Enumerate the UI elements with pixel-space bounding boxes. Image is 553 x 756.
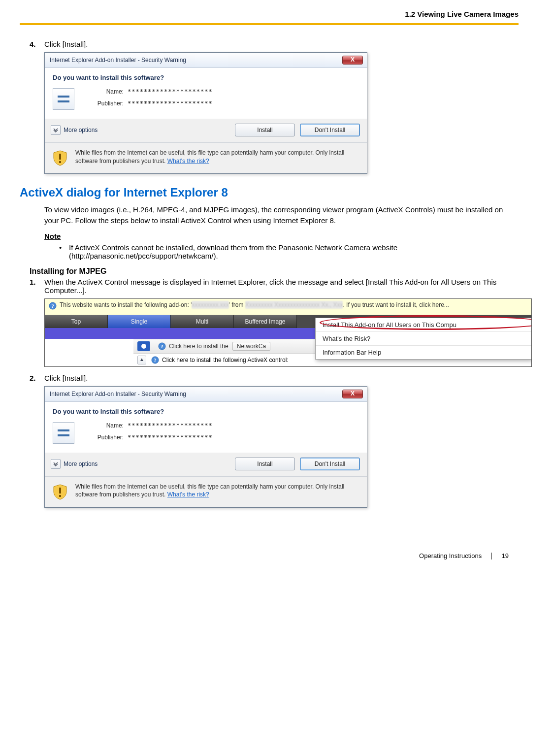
install-button[interactable]: Install: [235, 124, 295, 136]
footer-divider: [491, 553, 492, 559]
collapse-up-button[interactable]: ▲: [137, 356, 146, 364]
software-icon: [53, 422, 74, 444]
bullet: •: [59, 243, 69, 260]
install-button[interactable]: Install: [235, 458, 295, 470]
dont-install-button[interactable]: Don't Install: [300, 124, 360, 136]
svg-rect-9: [59, 495, 61, 497]
subheading-mjpeg: Installing for MJPEG: [30, 267, 519, 276]
ctx-info-bar-help[interactable]: Information Bar Help: [316, 346, 531, 359]
close-button[interactable]: X: [342, 390, 363, 398]
svg-text:?: ?: [154, 357, 157, 363]
intro-paragraph: To view video images (i.e., H.264, MPEG-…: [44, 204, 509, 226]
dont-install-button[interactable]: Don't Install: [300, 458, 360, 470]
warning-text: While files from the Internet can be use…: [75, 483, 360, 500]
tab-single[interactable]: Single: [108, 315, 171, 328]
software-icon: [53, 88, 74, 110]
publisher-value: *********************: [128, 100, 213, 107]
info-icon: ?: [49, 302, 57, 310]
dialog-question: Do you want to install this software?: [53, 408, 359, 415]
name-value: *********************: [128, 422, 213, 429]
note-label: Note: [44, 232, 519, 240]
name-label: Name:: [85, 422, 124, 429]
install-hint-1: Click here to install the: [169, 343, 228, 350]
step-number: 2.: [30, 374, 44, 382]
heading-activex-ie8: ActiveX dialog for Internet Explorer 8: [20, 186, 519, 199]
svg-text:?: ?: [51, 303, 54, 309]
warning-text: While files from the Internet can be use…: [75, 149, 360, 166]
page-number: 19: [502, 552, 509, 559]
step-number: 4.: [30, 40, 44, 48]
chevron-down-icon: [53, 127, 59, 133]
step-text: Click [Install].: [44, 374, 519, 382]
header-rule: [20, 23, 519, 25]
whats-the-risk-link[interactable]: What's the risk?: [167, 158, 209, 164]
publisher-label: Publisher:: [85, 434, 124, 441]
name-value: *********************: [128, 88, 213, 95]
whats-the-risk-link[interactable]: What's the risk?: [167, 491, 209, 498]
publisher-value: *********************: [128, 434, 213, 441]
tab-buffered-image[interactable]: Buffered Image: [234, 315, 297, 328]
install-hint-2: Click here to install the following Acti…: [162, 357, 289, 363]
more-options-toggle[interactable]: [51, 125, 61, 135]
step-text: When the ActiveX Control message is disp…: [44, 278, 519, 295]
dialog-title: Internet Explorer Add-on Installer - Sec…: [50, 391, 342, 397]
publisher-label: Publisher:: [85, 100, 124, 107]
ie8-screenshot: ? This website wants to install the foll…: [44, 298, 532, 367]
more-options-toggle[interactable]: [51, 459, 61, 469]
dialog-question: Do you want to install this software?: [53, 74, 359, 81]
section-header: 1.2 Viewing Live Camera Images: [405, 10, 519, 18]
more-options-label: More options: [64, 460, 98, 467]
ie8-information-bar[interactable]: ? This website wants to install the foll…: [45, 299, 531, 315]
svg-rect-0: [59, 154, 61, 160]
chevron-down-icon: [53, 461, 59, 467]
security-warning-dialog: Internet Explorer Add-on Installer - Sec…: [44, 386, 367, 508]
svg-text:?: ?: [161, 343, 163, 349]
info-icon: ?: [158, 342, 166, 350]
step-text: Click [Install].: [44, 40, 519, 48]
tab-multi[interactable]: Multi: [171, 315, 234, 328]
step-number: 1.: [30, 278, 44, 295]
tab-top[interactable]: Top: [45, 315, 108, 328]
shield-warning-icon: [52, 150, 68, 166]
redacted-addon-name: xxxxxxxxx.xxx: [192, 301, 228, 309]
networkca-pill: NetworkCa: [232, 342, 270, 351]
ctx-whats-the-risk[interactable]: What's the Risk?: [316, 332, 531, 346]
close-button[interactable]: X: [342, 56, 363, 65]
dialog-title: Internet Explorer Add-on Installer - Sec…: [50, 57, 342, 64]
footer-label: Operating Instructions: [419, 552, 482, 559]
ctx-install-addon[interactable]: Install This Add-on for All Users on Thi…: [316, 318, 531, 332]
context-menu: Install This Add-on for All Users on Thi…: [315, 318, 532, 360]
more-options-label: More options: [64, 127, 98, 133]
camera-icon: [137, 341, 150, 351]
svg-rect-1: [59, 161, 61, 163]
redacted-publisher: Xxxxxxxxx Xxxxxxxxxxxxxxx Xx., Xxx: [245, 301, 343, 309]
name-label: Name:: [85, 88, 124, 95]
shield-warning-icon: [52, 484, 68, 500]
security-warning-dialog: Internet Explorer Add-on Installer - Sec…: [44, 52, 367, 174]
note-text: If ActiveX Controls cannot be installed,…: [69, 243, 509, 260]
info-icon: ?: [151, 356, 159, 364]
svg-rect-8: [59, 488, 61, 493]
